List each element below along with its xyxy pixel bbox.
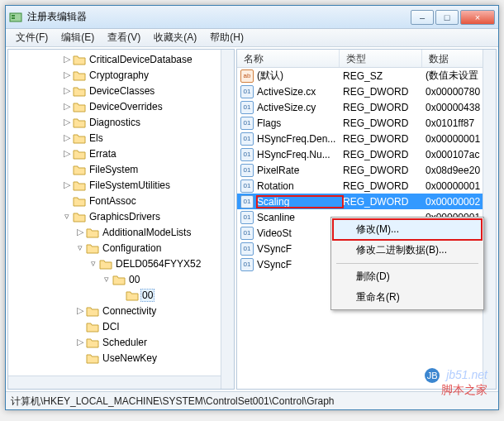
list-row[interactable]: 01HSyncFreq.Den...REG_DWORD0x00000001 <box>237 131 483 146</box>
value-name: ActiveSize.cx <box>257 86 343 98</box>
tree-item[interactable]: 00 <box>8 287 221 303</box>
folder-icon <box>73 69 86 81</box>
expand-icon[interactable]: ▷ <box>61 101 73 112</box>
tree-item[interactable]: ▿DELD0564FYYX52 <box>8 256 221 271</box>
tree-item[interactable]: ▷Diagnostics <box>8 114 221 130</box>
value-data: 0x00000002 <box>426 196 483 208</box>
expand-icon[interactable]: ▷ <box>61 69 73 80</box>
value-type: REG_DWORD <box>343 196 426 208</box>
expand-icon[interactable]: ▿ <box>101 274 112 285</box>
menu-file[interactable]: 文件(F) <box>9 29 55 46</box>
folder-icon <box>86 321 99 332</box>
value-type: REG_SZ <box>343 70 426 82</box>
expand-icon[interactable]: ▿ <box>61 211 73 222</box>
tree-item[interactable]: ▷Cryptography <box>8 67 221 83</box>
ctx-modify-binary[interactable]: 修改二进制数据(B)... <box>333 240 482 261</box>
titlebar[interactable]: 注册表编辑器 – □ × <box>6 6 498 29</box>
tree-item-label: Diagnostics <box>88 116 142 129</box>
ctx-rename[interactable]: 重命名(R) <box>333 287 482 308</box>
tree-item-label: FileSystem <box>88 163 140 176</box>
tree-item[interactable]: FontAssoc <box>8 193 221 208</box>
expand-icon[interactable]: ▿ <box>74 242 86 253</box>
tree-item-label: DeviceClasses <box>88 84 156 98</box>
folder-icon <box>73 179 86 191</box>
expand-icon[interactable]: ▷ <box>74 337 86 347</box>
watermark-icon: JB <box>425 368 440 383</box>
expand-icon[interactable]: ▷ <box>61 179 73 190</box>
value-data: (数值未设置 <box>426 69 483 83</box>
value-type: REG_DWORD <box>343 165 426 176</box>
minimize-button[interactable]: – <box>411 10 434 25</box>
value-name: Rotation <box>257 180 343 192</box>
value-type: REG_DWORD <box>343 180 426 192</box>
list-row[interactable]: ab(默认)REG_SZ(数值未设置 <box>237 68 483 84</box>
folder-icon <box>73 54 86 65</box>
tree-item[interactable]: DCI <box>8 318 221 334</box>
folder-icon <box>86 337 99 348</box>
menu-help[interactable]: 帮助(H) <box>203 29 250 46</box>
tree-item[interactable]: ▷CriticalDeviceDatabase <box>8 51 221 67</box>
svg-rect-1 <box>12 15 15 17</box>
list-row[interactable]: 01ActiveSize.cyREG_DWORD0x00000438 <box>237 99 483 115</box>
tree-pane: ▷CriticalDeviceDatabase▷Cryptography▷Dev… <box>7 49 235 390</box>
list-row[interactable]: 01ScalingREG_DWORD0x00000002 <box>237 194 483 209</box>
tree-item[interactable]: ▷DeviceClasses <box>8 83 221 98</box>
dword-value-icon: 01 <box>240 227 254 240</box>
expand-icon[interactable]: ▷ <box>61 117 73 127</box>
list-header: 名称 类型 数据 <box>237 50 496 68</box>
list-row[interactable]: 01FlagsREG_DWORD0x0101ff87 <box>237 115 483 131</box>
value-name: PixelRate <box>257 165 343 176</box>
tree-item[interactable]: ▷Errata <box>8 146 221 161</box>
expand-icon[interactable]: ▷ <box>61 148 73 159</box>
col-type[interactable]: 类型 <box>340 50 422 67</box>
tree-item[interactable]: ▷DeviceOverrides <box>8 98 221 114</box>
value-type: REG_DWORD <box>343 133 426 145</box>
list-row[interactable]: 01ActiveSize.cxREG_DWORD0x00000780 <box>237 84 483 99</box>
tree-item[interactable]: ▷Scheduler <box>8 334 221 350</box>
tree-item[interactable]: ▷Els <box>8 130 221 146</box>
folder-icon <box>73 85 86 97</box>
menu-view[interactable]: 查看(V) <box>101 29 147 46</box>
tree-item[interactable]: ▿Configuration <box>8 240 221 256</box>
expand-icon[interactable]: ▿ <box>88 258 99 269</box>
col-name[interactable]: 名称 <box>237 50 340 67</box>
ctx-modify[interactable]: 修改(M)... <box>333 219 482 240</box>
string-value-icon: ab <box>240 69 254 83</box>
expand-icon[interactable]: ▷ <box>74 305 86 316</box>
tree-scrollbar-horizontal[interactable] <box>8 376 221 389</box>
expand-icon[interactable]: ▷ <box>61 85 73 96</box>
expand-icon[interactable]: ▷ <box>74 227 86 237</box>
tree-item[interactable]: UseNewKey <box>8 350 221 366</box>
folder-icon <box>86 242 99 254</box>
folder-icon <box>112 274 126 285</box>
expand-icon[interactable]: ▷ <box>61 132 73 143</box>
tree-item-label: FontAssoc <box>88 194 138 208</box>
value-type: REG_DWORD <box>343 149 426 160</box>
tree-item[interactable]: ▷FileSystemUtilities <box>8 177 221 193</box>
tree-item[interactable]: ▷Connectivity <box>8 303 221 318</box>
maximize-button[interactable]: □ <box>435 10 459 25</box>
menu-edit[interactable]: 编辑(E) <box>55 29 101 46</box>
close-button[interactable]: × <box>460 10 495 25</box>
tree-item[interactable]: ▿GraphicsDrivers <box>8 208 221 224</box>
menu-favorites[interactable]: 收藏夹(A) <box>147 29 203 46</box>
tree-item[interactable]: ▿00 <box>8 271 221 287</box>
folder-icon <box>73 148 86 160</box>
tree-item[interactable]: ▷AdditionalModeLists <box>8 224 221 240</box>
tree-item[interactable]: FileSystem <box>8 161 221 177</box>
tree-scrollbar-vertical[interactable] <box>221 50 234 389</box>
folder-icon <box>73 101 86 112</box>
tree-item-label: GraphicsDrivers <box>88 210 162 223</box>
list-row[interactable]: 01RotationREG_DWORD0x00000001 <box>237 178 483 194</box>
tree-item-label: Scheduler <box>101 336 149 349</box>
ctx-delete[interactable]: 删除(D) <box>333 266 482 287</box>
list-row[interactable]: 01PixelRateREG_DWORD0x08d9ee20 <box>237 162 483 178</box>
watermark: JB jb51.net 脚本之家 <box>425 368 487 398</box>
ctx-separator <box>336 263 478 264</box>
window-title: 注册表编辑器 <box>27 10 411 24</box>
list-scrollbar-vertical[interactable] <box>483 50 496 389</box>
value-data: 0x08d9ee20 <box>426 165 483 176</box>
list-row[interactable]: 01HSyncFreq.Nu...REG_DWORD0x000107ac <box>237 146 483 162</box>
expand-icon[interactable]: ▷ <box>61 54 73 65</box>
folder-icon <box>73 211 86 222</box>
